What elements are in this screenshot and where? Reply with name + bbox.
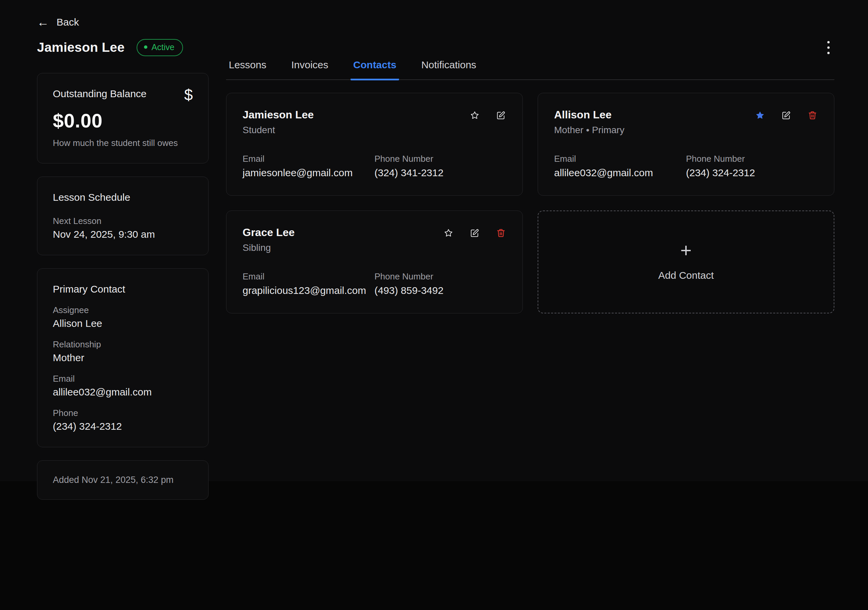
primary-contact-title: Primary Contact: [53, 283, 193, 295]
contact-role: Sibling: [243, 243, 295, 253]
relationship-value: Mother: [53, 352, 193, 364]
star-icon[interactable]: [443, 228, 454, 238]
email-label: Email: [243, 154, 374, 164]
primary-contact-card: Primary Contact Assignee Allison Lee Rel…: [37, 268, 209, 447]
dollar-icon: $: [184, 88, 193, 102]
phone-value: (324) 341-2312: [374, 167, 506, 178]
trash-icon[interactable]: [807, 110, 818, 121]
contact-card-jamieson: Jamieson Lee Student: [226, 93, 523, 196]
schedule-card-title: Lesson Schedule: [53, 192, 193, 203]
assignee-value: Allison Lee: [53, 318, 193, 329]
arrow-left-icon: ←: [37, 16, 49, 28]
contact-role: Student: [243, 125, 314, 136]
email-value: allilee032@gmail.com: [554, 167, 686, 178]
content-area: Lessons Invoices Contacts Notifications …: [226, 57, 834, 500]
relationship-label: Relationship: [53, 339, 193, 350]
contact-name: Allison Lee: [554, 108, 625, 121]
email-value: allilee032@gmail.com: [53, 386, 193, 398]
assignee-label: Assignee: [53, 305, 193, 316]
back-button[interactable]: ← Back: [37, 16, 79, 28]
phone-value: (234) 324-2312: [53, 421, 193, 432]
balance-description: How much the student still owes: [53, 138, 193, 148]
tab-bar: Lessons Invoices Contacts Notifications: [226, 57, 834, 80]
contact-card-allison: Allison Lee Mother • Primary: [538, 93, 834, 196]
edit-icon[interactable]: [496, 110, 506, 121]
outstanding-balance-card: Outstanding Balance $ $0.00 How much the…: [37, 73, 209, 163]
dot-icon: [144, 45, 147, 49]
added-date-text: Added Nov 21, 2025, 6:32 pm: [53, 475, 193, 485]
contact-name: Jamieson Lee: [243, 108, 314, 121]
tab-notifications[interactable]: Notifications: [418, 57, 479, 81]
email-label: Email: [243, 271, 374, 282]
next-lesson-label: Next Lesson: [53, 216, 193, 226]
contacts-grid: Jamieson Lee Student: [226, 93, 834, 313]
added-date-card: Added Nov 21, 2025, 6:32 pm: [37, 460, 209, 500]
balance-amount: $0.00: [53, 109, 193, 132]
tab-lessons[interactable]: Lessons: [226, 57, 269, 81]
phone-value: (234) 324-2312: [686, 167, 818, 178]
phone-label: Phone Number: [374, 154, 506, 164]
email-value: jamiesonlee@gmail.com: [243, 167, 374, 178]
student-detail-page: ← Back Jamieson Lee Active Outstanding B…: [0, 0, 868, 481]
kebab-menu-icon: [827, 41, 830, 43]
edit-icon[interactable]: [469, 228, 480, 238]
add-contact-label: Add Contact: [658, 270, 714, 281]
status-badge: Active: [136, 39, 183, 56]
more-options-button[interactable]: [823, 38, 834, 57]
page-title: Jamieson Lee: [37, 40, 124, 55]
trash-icon[interactable]: [496, 228, 506, 238]
edit-icon[interactable]: [781, 110, 792, 121]
email-value: grapilicious123@gmail.com: [243, 285, 374, 296]
star-icon[interactable]: [469, 110, 480, 121]
star-icon-filled[interactable]: [755, 110, 766, 121]
next-lesson-value: Nov 24, 2025, 9:30 am: [53, 229, 193, 240]
phone-label: Phone Number: [686, 154, 818, 164]
contact-card-grace: Grace Lee Sibling: [226, 211, 523, 313]
phone-label: Phone: [53, 408, 193, 418]
phone-value: (493) 859-3492: [374, 285, 506, 296]
plus-icon: +: [680, 243, 692, 258]
contact-name: Grace Lee: [243, 226, 295, 239]
status-badge-label: Active: [151, 42, 174, 52]
main-row: Outstanding Balance $ $0.00 How much the…: [37, 57, 834, 500]
phone-label: Phone Number: [374, 271, 506, 282]
page-header: ← Back Jamieson Lee Active: [37, 0, 834, 57]
tab-invoices[interactable]: Invoices: [289, 57, 331, 81]
back-label: Back: [57, 17, 79, 28]
title-row: Jamieson Lee Active: [37, 38, 834, 57]
email-label: Email: [554, 154, 686, 164]
lesson-schedule-card: Lesson Schedule Next Lesson Nov 24, 2025…: [37, 176, 209, 255]
tab-contacts[interactable]: Contacts: [350, 57, 399, 81]
balance-card-title: Outstanding Balance: [53, 88, 147, 99]
add-contact-button[interactable]: + Add Contact: [538, 211, 834, 313]
sidebar: Outstanding Balance $ $0.00 How much the…: [37, 73, 209, 500]
contact-role: Mother • Primary: [554, 125, 625, 136]
email-label: Email: [53, 374, 193, 384]
